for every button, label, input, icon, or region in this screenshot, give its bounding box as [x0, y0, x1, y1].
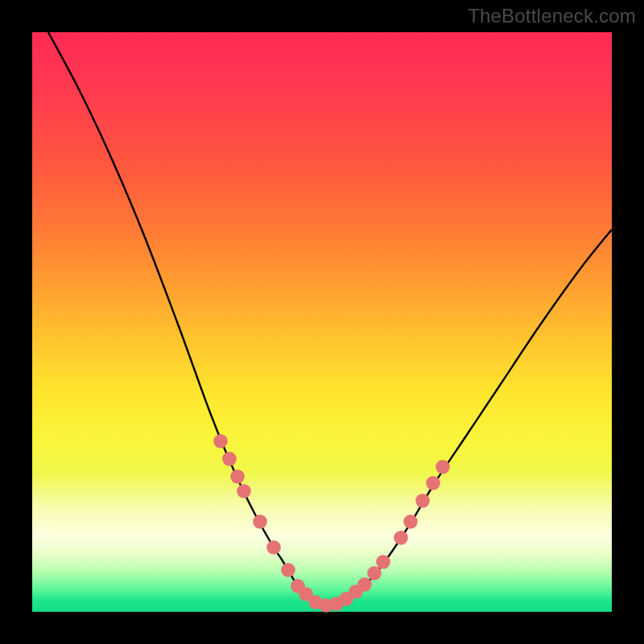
- curve-markers: [213, 434, 450, 613]
- curve-marker: [376, 555, 390, 569]
- curve-marker: [230, 469, 245, 484]
- curve-marker: [415, 493, 430, 508]
- curve-marker: [237, 484, 251, 498]
- curve-marker: [436, 460, 450, 474]
- curve-marker: [426, 476, 440, 490]
- curve-marker: [357, 577, 372, 592]
- curve-marker: [403, 514, 418, 529]
- curve-marker: [222, 452, 237, 466]
- curve-svg: [32, 32, 612, 612]
- plot-area: [32, 32, 612, 612]
- curve-marker: [213, 434, 228, 448]
- watermark-text: TheBottleneck.com: [468, 5, 636, 27]
- curve-marker: [394, 530, 408, 545]
- curve-marker: [266, 540, 281, 555]
- bottleneck-curve: [48, 32, 612, 605]
- curve-marker: [253, 514, 267, 529]
- chart-stage: TheBottleneck.com: [0, 0, 644, 644]
- curve-marker: [367, 566, 382, 580]
- curve-marker: [281, 563, 295, 577]
